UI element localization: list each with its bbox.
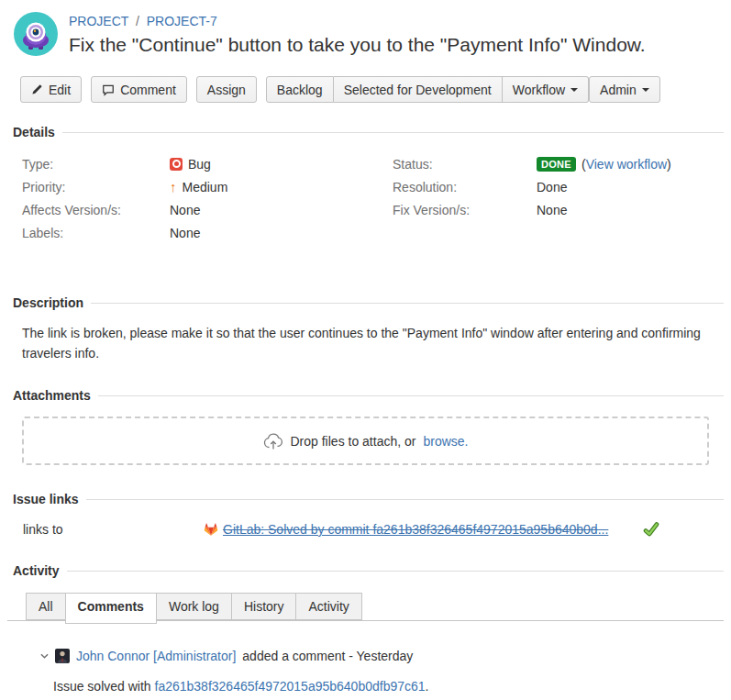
priority-label: Priority: xyxy=(22,180,170,194)
commit-hash-link[interactable]: fa261b38f326465f4972015a95b640b0dfb97c61 xyxy=(155,679,426,694)
activity-section-header: Activity xyxy=(13,563,724,578)
activity-section-title: Activity xyxy=(13,563,60,578)
section-divider xyxy=(62,132,724,133)
details-section-header: Details xyxy=(13,125,724,139)
upload-cloud-icon xyxy=(263,432,283,450)
chevron-down-icon xyxy=(642,88,649,95)
field-labels: Labels: None xyxy=(22,221,393,244)
comment-author-link[interactable]: John Connor [Administrator] xyxy=(76,649,236,663)
field-affects-versions: Affects Version/s: None xyxy=(22,198,393,221)
attachments-section-header: Attachments xyxy=(13,388,724,403)
edit-button-label: Edit xyxy=(49,83,71,97)
priority-medium-icon: ↑ xyxy=(170,181,177,194)
toolbar: Edit Comment Assign Backlog Selected for… xyxy=(20,76,731,103)
breadcrumb-project-link[interactable]: PROJECT xyxy=(69,14,128,28)
paren: ) xyxy=(667,157,671,172)
activity-tabbar: All Comments Work log History Activity xyxy=(7,593,724,621)
fix-versions-label: Fix Version/s: xyxy=(393,203,537,217)
gitlab-commit-link[interactable]: GitLab: Solved by commit fa261b38f326465… xyxy=(223,522,608,537)
breadcrumb-separator: / xyxy=(136,14,139,28)
type-value: Bug xyxy=(188,157,211,172)
collapse-chevron-icon[interactable] xyxy=(40,653,49,659)
workflow-dropdown-label: Workflow xyxy=(513,83,565,97)
labels-label: Labels: xyxy=(22,226,170,240)
user-avatar xyxy=(55,649,70,663)
backlog-button[interactable]: Backlog xyxy=(266,76,334,103)
dropzone-text: Drop files to attach, or xyxy=(291,434,416,449)
project-avatar-monster-icon xyxy=(14,12,58,56)
pencil-icon xyxy=(31,83,43,95)
page-title: Fix the "Continue" button to take you to… xyxy=(69,33,646,57)
comment-bubble-icon xyxy=(102,83,115,96)
chevron-down-icon xyxy=(570,88,578,95)
workflow-button-group: Backlog Selected for Development Workflo… xyxy=(266,76,589,103)
issue-links-section-header: Issue links xyxy=(13,492,724,506)
issue-link-relation: links to xyxy=(23,522,204,537)
comment-meta: added a comment - Yesterday xyxy=(242,649,413,663)
assign-button-label: Assign xyxy=(207,83,246,97)
issue-header: PROJECT / PROJECT-7 Fix the "Continue" b… xyxy=(0,12,731,57)
section-divider xyxy=(98,395,724,396)
details-section-title: Details xyxy=(13,125,55,139)
resolution-value: Done xyxy=(537,180,567,194)
section-divider xyxy=(67,571,724,572)
description-section-title: Description xyxy=(13,295,83,310)
comment-text-suffix: . xyxy=(426,679,429,694)
details-grid: Type: Bug Priority: ↑ Medium Affects Ver… xyxy=(22,152,731,244)
issue-page: PROJECT / PROJECT-7 Fix the "Continue" b… xyxy=(0,0,731,700)
affects-versions-label: Affects Version/s: xyxy=(22,203,170,217)
field-resolution: Resolution: Done xyxy=(393,175,731,198)
resolution-label: Resolution: xyxy=(393,180,537,194)
gitlab-icon xyxy=(204,522,218,537)
field-fix-versions: Fix Version/s: None xyxy=(393,198,731,221)
admin-dropdown-label: Admin xyxy=(600,83,637,97)
tab-activity[interactable]: Activity xyxy=(295,593,361,620)
attachments-section-title: Attachments xyxy=(13,388,91,403)
admin-dropdown-button[interactable]: Admin xyxy=(589,76,660,103)
tab-all[interactable]: All xyxy=(26,593,66,620)
issue-links-section-title: Issue links xyxy=(13,492,79,506)
comment-text: Issue solved with xyxy=(53,679,151,694)
tab-work-log[interactable]: Work log xyxy=(156,593,232,620)
comment-button[interactable]: Comment xyxy=(91,76,187,103)
workflow-dropdown-button[interactable]: Workflow xyxy=(503,76,589,103)
backlog-button-label: Backlog xyxy=(277,83,323,97)
bug-icon xyxy=(170,158,183,171)
field-priority: Priority: ↑ Medium xyxy=(22,175,393,198)
section-divider xyxy=(86,499,724,500)
fix-versions-value: None xyxy=(537,203,567,217)
status-label: Status: xyxy=(393,157,537,172)
comment-button-label: Comment xyxy=(120,83,176,97)
labels-value: None xyxy=(170,226,200,240)
section-divider xyxy=(91,303,724,304)
comment-header: John Connor [Administrator] added a comm… xyxy=(40,649,731,663)
edit-button[interactable]: Edit xyxy=(20,76,82,103)
browse-link[interactable]: browse. xyxy=(423,434,468,449)
assign-button[interactable]: Assign xyxy=(196,76,257,103)
status-badge: DONE xyxy=(537,157,576,172)
selected-for-development-button[interactable]: Selected for Development xyxy=(334,76,503,103)
view-workflow-link[interactable]: View workflow xyxy=(586,157,667,172)
breadcrumb-issue-link[interactable]: PROJECT-7 xyxy=(147,14,217,28)
comment-body: Issue solved with fa261b38f326465f497201… xyxy=(53,679,731,694)
priority-value: Medium xyxy=(183,180,228,194)
issue-link-row: links to GitLab: Solved by commit fa261b… xyxy=(23,522,731,537)
breadcrumb: PROJECT / PROJECT-7 xyxy=(69,14,646,28)
field-type: Type: Bug xyxy=(22,152,393,175)
field-status: Status: DONE (View workflow) xyxy=(393,152,731,175)
affects-versions-value: None xyxy=(170,203,200,217)
type-label: Type: xyxy=(22,157,170,172)
attachment-dropzone[interactable]: Drop files to attach, or browse. xyxy=(22,417,709,465)
tab-history[interactable]: History xyxy=(231,593,297,620)
selected-for-development-label: Selected for Development xyxy=(344,83,492,97)
tab-comments[interactable]: Comments xyxy=(65,593,157,624)
description-text: The link is broken, please make it so th… xyxy=(22,323,709,363)
resolved-check-icon xyxy=(643,522,659,537)
description-section-header: Description xyxy=(13,295,724,310)
